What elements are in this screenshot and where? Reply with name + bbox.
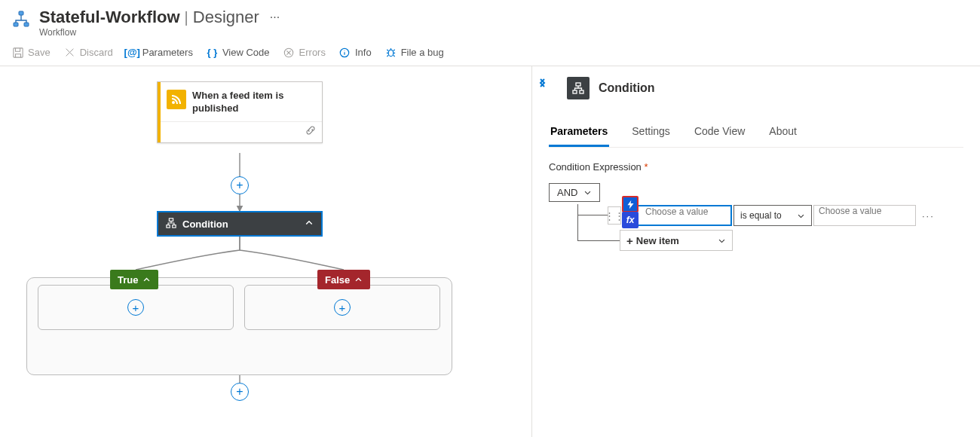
view-code-button[interactable]: { } View Code [207,47,270,58]
link-icon[interactable] [305,125,316,138]
expression-label: Condition Expression * [549,161,963,173]
details-panel: Condition Parameters Settings Code View … [531,66,980,437]
save-icon [12,47,23,58]
condition-card[interactable]: Condition [157,211,323,237]
svg-rect-8 [169,218,173,221]
braces-icon: { } [207,47,218,58]
designer-canvas[interactable]: When a feed item is published + Conditio… [0,66,531,437]
true-branch-box[interactable]: + [38,285,234,330]
parameters-button[interactable]: [@] Parameters [127,47,193,58]
chevron-up-icon [305,218,314,230]
right-value-input[interactable]: Choose a value [813,205,916,226]
svg-point-7 [172,101,175,104]
info-button[interactable]: Info [339,47,372,58]
svg-rect-13 [580,90,583,93]
collapse-panel-button[interactable] [535,77,547,91]
svg-rect-3 [13,47,22,57]
condition-icon [567,77,590,99]
svg-rect-11 [576,83,580,86]
add-step-button-bottom[interactable]: + [231,383,249,401]
save-button[interactable]: Save [12,47,51,58]
tab-about[interactable]: About [767,119,798,147]
svg-rect-12 [573,90,577,93]
page-title: Stateful-Workflow [39,8,180,27]
svg-rect-2 [24,23,29,26]
left-value-input[interactable]: Choose a value [623,205,732,226]
tab-settings[interactable]: Settings [630,119,672,147]
svg-point-6 [388,50,394,56]
page-section: Designer [193,8,259,27]
svg-rect-1 [14,23,18,26]
add-step-button[interactable]: + [231,176,249,194]
chevron-up-icon [142,276,151,284]
true-chip[interactable]: True [110,270,158,289]
x-icon [64,47,75,58]
trigger-card[interactable]: When a feed item is published [157,81,323,143]
add-true-action-button[interactable]: + [127,299,144,316]
chevron-down-icon [797,212,805,220]
operator-select[interactable]: is equal to [733,205,812,226]
trigger-title: When a feed item is published [192,90,314,115]
toolbar: Save Discard [@] Parameters { } View Cod… [0,42,980,66]
chevron-up-icon [354,276,363,284]
dynamic-content-button[interactable] [622,196,639,212]
add-false-action-button[interactable]: + [334,299,351,316]
panel-title: Condition [599,81,655,95]
parameters-icon: [@] [127,47,138,58]
new-item-button[interactable]: + New item [620,230,733,251]
info-icon [339,47,351,58]
condition-icon [166,218,176,231]
row-more-button[interactable]: ··· [922,210,935,222]
error-icon [283,47,295,58]
rss-icon [167,90,186,109]
discard-button[interactable]: Discard [64,47,113,58]
group-operator-select[interactable]: AND [549,183,600,202]
file-bug-button[interactable]: File a bug [385,47,444,58]
title-more-icon[interactable]: ··· [270,11,280,24]
chevron-down-icon [583,188,592,197]
drag-handle-icon[interactable]: ⋮⋮ [608,206,621,225]
bug-icon [385,47,397,58]
svg-rect-10 [173,225,176,228]
expression-button[interactable]: fx [622,212,639,228]
tab-code-view[interactable]: Code View [693,119,746,147]
false-branch-box[interactable]: + [244,285,440,330]
false-chip[interactable]: False [317,270,370,289]
errors-button[interactable]: Errors [283,47,326,58]
page-subtitle: Workflow [39,27,280,38]
page-header: Stateful-Workflow | Designer ··· Workflo… [0,0,980,42]
tab-parameters[interactable]: Parameters [549,119,609,147]
panel-tabs: Parameters Settings Code View About [549,119,963,148]
condition-title: Condition [182,218,228,230]
svg-rect-0 [19,11,23,15]
svg-rect-9 [167,225,170,228]
chevron-down-icon [718,237,726,245]
workflow-icon [12,11,30,29]
